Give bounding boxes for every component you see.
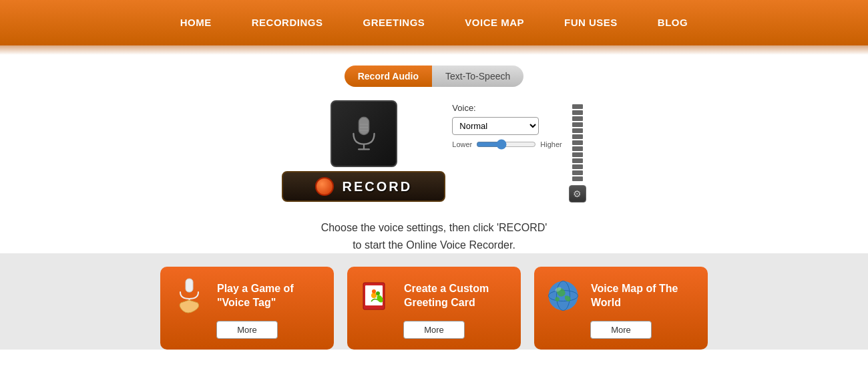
microphone-icon <box>345 115 383 152</box>
voice-tag-icon <box>171 277 208 314</box>
tab-container: Record Audio Text-To-Speech <box>345 66 524 87</box>
main-content: Record Audio Text-To-Speech <box>0 45 868 253</box>
meter-bar-10 <box>572 158 583 163</box>
voice-map-icon <box>545 277 582 314</box>
card-voice-map: Voice Map of The World More <box>534 267 708 350</box>
card-voice-map-title: Voice Map of The World <box>591 282 697 310</box>
nav-item-greetings[interactable]: GREETINGS <box>343 0 445 45</box>
card-greeting-title: Create a Custom Greeting Card <box>404 282 510 310</box>
greeting-svg <box>358 277 395 314</box>
meter-bar-11 <box>572 164 583 169</box>
nav-item-voice-map[interactable]: VOICE MAP <box>445 0 544 45</box>
record-button[interactable]: RECORD <box>282 171 445 202</box>
pitch-higher-label: Higher <box>540 140 562 148</box>
svg-rect-6 <box>186 279 193 292</box>
voice-tag-svg <box>171 277 208 314</box>
nav-item-blog[interactable]: BLOG <box>638 0 708 45</box>
card-voice-map-more[interactable]: More <box>590 321 652 339</box>
voice-select[interactable]: Normal Deep High <box>452 117 539 135</box>
meter-bar-1 <box>572 104 583 109</box>
card-greeting-more[interactable]: More <box>403 321 465 339</box>
card-voice-tag-more[interactable]: More <box>216 321 278 339</box>
svg-rect-0 <box>359 117 369 134</box>
card-voice-map-top: Voice Map of The World <box>545 277 697 314</box>
card-voice-tag-title: Play a Game of "Voice Tag" <box>217 282 323 310</box>
recorder-area: RECORD Voice: Normal Deep High Lower Hig… <box>282 100 586 203</box>
tab-text-to-speech[interactable]: Text-To-Speech <box>432 66 523 87</box>
bottom-section: Play a Game of "Voice Tag" More <box>0 253 868 350</box>
meter-bar-4 <box>572 122 583 127</box>
svg-point-12 <box>376 291 380 295</box>
card-greeting-top: Create a Custom Greeting Card <box>358 277 510 314</box>
svg-point-11 <box>372 289 376 293</box>
nav-item-recordings[interactable]: RECORDINGS <box>232 0 343 45</box>
meter-bar-13 <box>572 176 583 181</box>
meter-bar-2 <box>572 110 583 115</box>
nav-items: HOME RECORDINGS GREETINGS VOICE MAP FUN … <box>40 0 828 45</box>
svg-point-10 <box>371 293 377 298</box>
greeting-card-icon <box>358 277 395 314</box>
record-label: RECORD <box>342 179 412 194</box>
nav-bar: HOME RECORDINGS GREETINGS VOICE MAP FUN … <box>0 0 868 45</box>
pitch-row: Lower Higher <box>452 139 562 150</box>
card-voice-tag-top: Play a Game of "Voice Tag" <box>171 277 323 314</box>
voice-controls: Voice: Normal Deep High Lower Higher <box>452 100 562 150</box>
instruction-line2: to start the Online Voice Recorder. <box>321 237 548 254</box>
recorder-left: RECORD <box>282 100 445 202</box>
settings-icon: ⚙ <box>573 188 582 199</box>
meter-bar-5 <box>572 128 583 133</box>
nav-item-fun-uses[interactable]: FUN USES <box>544 0 638 45</box>
meter-bar-9 <box>572 152 583 157</box>
meter-bar-12 <box>572 170 583 175</box>
meter-bar-6 <box>572 134 583 139</box>
pitch-lower-label: Lower <box>452 140 472 148</box>
pitch-slider[interactable] <box>476 139 536 150</box>
globe-svg <box>545 277 582 314</box>
level-meter: ⚙ <box>569 100 586 203</box>
tab-record-audio[interactable]: Record Audio <box>345 66 432 87</box>
instruction-text: Choose the voice settings, then click 'R… <box>321 219 548 253</box>
mic-box <box>331 100 397 167</box>
nav-item-home[interactable]: HOME <box>160 0 232 45</box>
record-dot-icon <box>315 177 334 196</box>
card-greeting: Create a Custom Greeting Card More <box>347 267 521 350</box>
settings-button[interactable]: ⚙ <box>569 185 586 203</box>
card-voice-tag: Play a Game of "Voice Tag" More <box>160 267 334 350</box>
meter-bar-8 <box>572 146 583 151</box>
voice-label: Voice: <box>452 103 562 113</box>
meter-bar-7 <box>572 140 583 145</box>
instruction-line1: Choose the voice settings, then click 'R… <box>321 219 548 237</box>
meter-bar-3 <box>572 116 583 121</box>
